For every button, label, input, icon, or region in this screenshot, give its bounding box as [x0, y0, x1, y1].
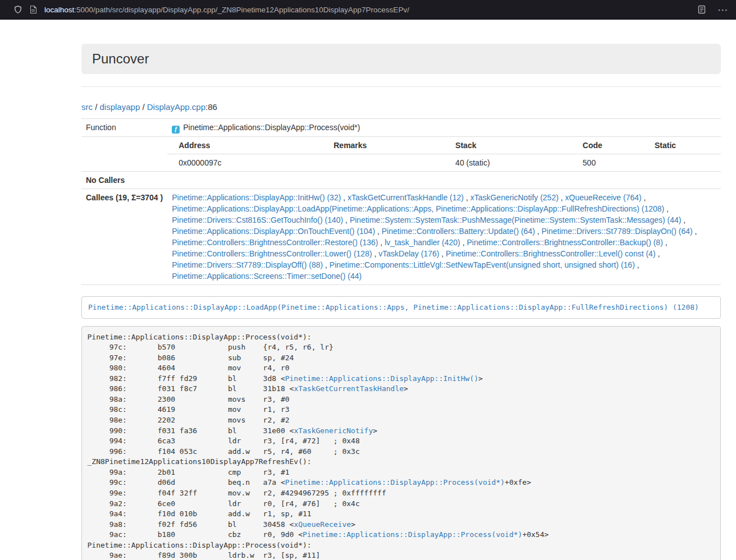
- symbol-table: Function ƒPinetime::Applications::Displa…: [81, 118, 721, 285]
- callee-link[interactable]: Pinetime::Controllers::BrightnessControl…: [467, 238, 662, 247]
- callee-link[interactable]: Pinetime::System::SystemTask::PushMessag…: [350, 215, 682, 224]
- callee-link[interactable]: Pinetime::Drivers::St7789::DisplayOn() (…: [542, 227, 693, 236]
- assembly-symbol-link[interactable]: Pinetime::Applications::DisplayApp::Init…: [285, 374, 478, 383]
- function-label: Function: [81, 119, 167, 137]
- column-header: Stack: [444, 137, 572, 154]
- site-info-icon[interactable]: [29, 5, 37, 14]
- divider: [81, 86, 721, 87]
- breadcrumb-link[interactable]: src: [81, 102, 93, 112]
- no-callers-label: No Callers: [81, 172, 167, 189]
- callees-list: Pinetime::Applications::DisplayApp::Init…: [167, 189, 721, 285]
- assembly-symbol-link[interactable]: Pinetime::Applications::DisplayApp::Proc…: [285, 478, 505, 486]
- assembly-symbol-link[interactable]: Pinetime::Applications::DisplayApp::Proc…: [303, 530, 522, 539]
- callee-link[interactable]: Pinetime::Controllers::BrightnessControl…: [446, 249, 655, 258]
- assembly-symbol-link[interactable]: xTaskGenericNotify: [294, 426, 373, 435]
- url-path: :5000/path/src/displayapp/DisplayApp.cpp…: [74, 6, 409, 14]
- assembly-symbol-link[interactable]: xTaskGetCurrentTaskHandle: [294, 384, 404, 393]
- detail-value: 40 (static): [444, 154, 572, 172]
- callee-link[interactable]: Pinetime::Applications::DisplayApp::Load…: [172, 204, 664, 213]
- callee-link[interactable]: Pinetime::Drivers::St7789::DisplayOff() …: [172, 260, 323, 269]
- main-content: Puncover src / displayapp / DisplayApp.c…: [73, 44, 729, 560]
- page-title: Puncover: [92, 51, 710, 67]
- highlighted-symbol-box: Pinetime::Applications::DisplayApp::Load…: [81, 296, 721, 319]
- tracking-shield-icon[interactable]: [13, 5, 22, 14]
- breadcrumb-link[interactable]: DisplayApp.cpp: [147, 102, 205, 112]
- function-type-icon: ƒ: [172, 126, 180, 134]
- detail-value: [322, 154, 444, 172]
- callee-link[interactable]: Pinetime::Controllers::BrightnessControl…: [172, 238, 378, 247]
- callee-link[interactable]: Pinetime::Controllers::BrightnessControl…: [172, 249, 372, 258]
- breadcrumb: src / displayapp / DisplayApp.cpp:86: [81, 102, 721, 113]
- callees-row: Callees (19, Σ=3704 ) Pinetime::Applicat…: [81, 189, 721, 285]
- reader-mode-icon[interactable]: [697, 5, 706, 14]
- function-name: Pinetime::Applications::DisplayApp::Proc…: [183, 123, 360, 132]
- callee-link[interactable]: Pinetime::Components::LittleVgl::SetNewT…: [330, 260, 635, 269]
- breadcrumb-line-number: :86: [205, 102, 217, 112]
- callee-link[interactable]: vTaskDelay (176): [378, 249, 439, 258]
- column-header: Code: [572, 137, 643, 154]
- breadcrumb-link[interactable]: displayapp: [100, 102, 140, 112]
- callee-link[interactable]: Pinetime::Controllers::Battery::Update()…: [382, 227, 535, 236]
- no-callers-row: No Callers: [81, 172, 721, 189]
- column-header: Static: [643, 137, 721, 154]
- url-host: localhost: [44, 6, 74, 14]
- highlighted-symbol-link[interactable]: Pinetime::Applications::DisplayApp::Load…: [88, 303, 699, 311]
- assembly-symbol-link[interactable]: xQueueReceive: [294, 520, 351, 529]
- jumbotron: Puncover: [81, 44, 721, 74]
- callees-label: Callees (19, Σ=3704 ): [81, 189, 167, 285]
- column-header: Remarks: [322, 137, 444, 154]
- callee-link[interactable]: xTaskGetCurrentTaskHandle (12): [348, 193, 464, 202]
- callee-link[interactable]: Pinetime::Drivers::Cst816S::GetTouchInfo…: [172, 215, 343, 224]
- detail-value: [643, 154, 721, 172]
- details-row: AddressRemarksStackCodeStatic 0x0000097c…: [81, 137, 721, 172]
- symbol-details-table: AddressRemarksStackCodeStatic 0x0000097c…: [167, 137, 721, 171]
- callee-link[interactable]: xTaskGenericNotify (252): [470, 193, 559, 202]
- browser-chrome: localhost:5000/path/src/displayapp/Displ…: [0, 0, 736, 20]
- callee-link[interactable]: Pinetime::Applications::DisplayApp::Init…: [172, 193, 341, 202]
- url-bar[interactable]: localhost:5000/path/src/displayapp/Displ…: [44, 6, 697, 14]
- detail-value: 500: [572, 154, 643, 172]
- column-header: Address: [167, 137, 322, 154]
- function-row: Function ƒPinetime::Applications::Displa…: [81, 119, 721, 137]
- assembly-listing: Pinetime::Applications::DisplayApp::Proc…: [81, 326, 721, 560]
- detail-value: 0x0000097c: [167, 154, 322, 172]
- callee-link[interactable]: Pinetime::Applications::Screens::Timer::…: [172, 272, 362, 281]
- callee-link[interactable]: xQueueReceive (764): [565, 193, 642, 202]
- callee-link[interactable]: lv_task_handler (420): [385, 238, 460, 247]
- overflow-menu-icon[interactable]: ⋯: [717, 4, 728, 15]
- callee-link[interactable]: Pinetime::Applications::DisplayApp::OnTo…: [172, 227, 375, 236]
